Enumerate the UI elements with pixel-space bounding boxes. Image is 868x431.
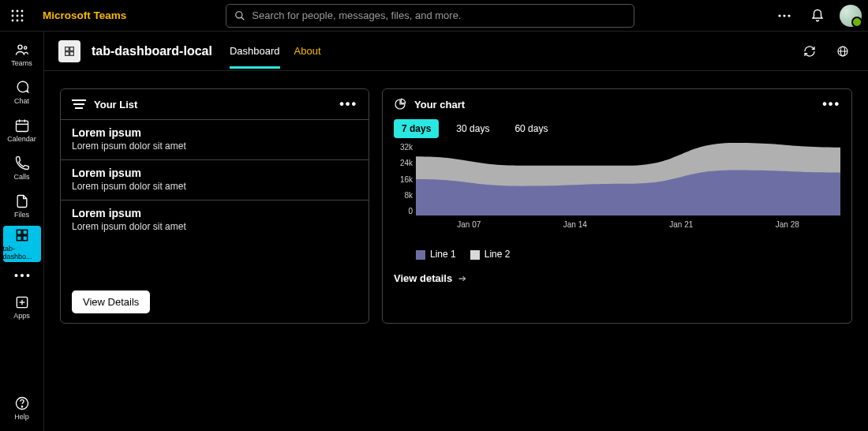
svg-point-25 <box>21 274 24 277</box>
list-card-more-icon[interactable]: ••• <box>339 97 357 111</box>
svg-point-8 <box>21 19 24 21</box>
search-icon <box>234 10 245 21</box>
svg-line-10 <box>241 17 245 20</box>
notifications-icon[interactable] <box>806 5 829 27</box>
list-item[interactable]: Lorem ipsum Lorem ipsum dolor sit amet <box>61 159 369 200</box>
chart-card-more-icon[interactable]: ••• <box>822 97 840 111</box>
rail-calls[interactable]: Calls <box>0 150 44 186</box>
svg-point-7 <box>17 19 19 21</box>
app-launcher-icon[interactable] <box>6 5 28 27</box>
rail-files[interactable]: Files <box>0 188 44 224</box>
svg-rect-32 <box>65 47 69 51</box>
tab-dashboard[interactable]: Dashboard <box>230 34 280 69</box>
svg-point-13 <box>788 14 790 17</box>
svg-point-4 <box>17 14 19 17</box>
svg-point-12 <box>783 14 785 17</box>
range-60days[interactable]: 60 days <box>507 119 556 138</box>
svg-point-11 <box>778 14 780 17</box>
rail-teams[interactable]: Teams <box>0 36 44 73</box>
svg-rect-16 <box>16 121 28 131</box>
rail-more[interactable] <box>0 264 44 287</box>
svg-rect-23 <box>22 236 27 241</box>
legend-swatch-line1 <box>416 250 425 260</box>
svg-point-31 <box>21 407 22 407</box>
svg-point-24 <box>14 274 17 277</box>
app-title: tab-dashboard-local <box>92 44 212 58</box>
pie-chart-icon <box>394 98 406 111</box>
svg-point-1 <box>17 9 19 12</box>
rail-chat[interactable]: Chat <box>0 74 44 111</box>
rail-help[interactable]: Help <box>0 390 44 426</box>
svg-point-14 <box>18 45 22 49</box>
range-30days[interactable]: 30 days <box>448 119 497 138</box>
svg-point-9 <box>236 11 242 17</box>
avatar[interactable] <box>840 5 862 27</box>
chart-plot: Jan 07 Jan 14 Jan 21 Jan 28 <box>416 143 840 241</box>
svg-point-0 <box>12 9 14 12</box>
view-details-button[interactable]: View Details <box>72 290 150 313</box>
rail-apps[interactable]: Apps <box>0 289 44 325</box>
arrow-right-icon <box>457 274 468 283</box>
chart-view-details-link[interactable]: View details <box>383 263 851 295</box>
list-icon <box>72 99 86 110</box>
svg-point-2 <box>21 9 24 12</box>
app-header: tab-dashboard-local Dashboard About <box>44 32 868 71</box>
svg-point-3 <box>12 14 14 17</box>
list-card: Your List ••• Lorem ipsum Lorem ipsum do… <box>60 88 369 324</box>
svg-rect-21 <box>22 230 27 234</box>
svg-rect-35 <box>70 51 74 55</box>
list-item[interactable]: Lorem ipsum Lorem ipsum dolor sit amet <box>61 200 369 240</box>
refresh-icon[interactable] <box>799 40 821 62</box>
svg-rect-34 <box>65 51 69 55</box>
svg-rect-33 <box>70 47 74 51</box>
svg-rect-20 <box>17 230 21 234</box>
tab-about[interactable]: About <box>294 34 321 69</box>
svg-point-26 <box>26 274 29 277</box>
left-rail: Teams Chat Calendar Calls Files tab-dash… <box>0 32 44 431</box>
list-item[interactable]: Lorem ipsum Lorem ipsum dolor sit amet <box>61 119 369 159</box>
more-icon[interactable] <box>773 5 795 27</box>
chart-card-title: Your chart <box>414 99 465 111</box>
rail-tab-dashboard[interactable]: tab-dashbo... <box>3 226 41 262</box>
chart-y-axis: 32k 24k 16k 8k 0 <box>394 143 416 216</box>
brand-label: Microsoft Teams <box>43 9 126 21</box>
svg-point-5 <box>21 14 24 17</box>
legend-swatch-line2 <box>470 250 480 260</box>
app-icon <box>58 40 80 62</box>
search-input[interactable] <box>252 9 626 21</box>
svg-rect-22 <box>17 236 21 241</box>
rail-calendar[interactable]: Calendar <box>0 112 44 148</box>
chart-x-axis: Jan 07 Jan 14 Jan 21 Jan 28 <box>416 216 840 229</box>
search-bar[interactable] <box>226 4 634 28</box>
svg-point-6 <box>12 19 14 21</box>
list-card-title: Your List <box>94 99 137 111</box>
svg-point-15 <box>24 47 26 49</box>
chart-card: Your chart ••• 7 days 30 days 60 days 32… <box>382 88 852 324</box>
chart-legend: Line 1 Line 2 <box>383 241 851 263</box>
range-7days[interactable]: 7 days <box>394 119 439 138</box>
globe-icon[interactable] <box>832 40 854 62</box>
